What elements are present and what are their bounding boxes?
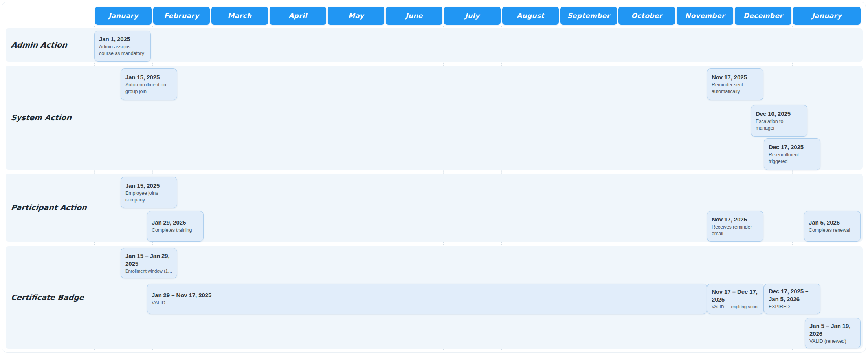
- event-card[interactable]: Jan 15, 2025Auto-enrollment on group joi…: [121, 68, 177, 100]
- event-date: Jan 5 – Jan 19, 2026: [809, 322, 856, 338]
- event-date: Jan 29, 2025: [152, 219, 199, 227]
- event-description: Auto-enrollment on group join: [125, 82, 172, 95]
- event-description: VALID: [152, 300, 702, 306]
- event-date: Jan 15, 2025: [125, 73, 172, 81]
- enrollment-timeline: Admin ActionJan 1, 2025Admin assigns cou…: [0, 0, 868, 355]
- event-card[interactable]: Nov 17, 2025Receives reminder email: [707, 211, 763, 242]
- event-date: Nov 17, 2025: [712, 73, 759, 81]
- lane-label: Certificate Badge: [11, 293, 84, 302]
- event-card[interactable]: Jan 5 – Jan 19, 2026VALID (renewed): [805, 318, 861, 348]
- month-header: November: [677, 7, 733, 25]
- event-card[interactable]: Nov 17, 2025Reminder sent automatically: [707, 68, 763, 100]
- month-header: October: [618, 7, 675, 25]
- month-header: August: [502, 7, 559, 25]
- lane-label: Participant Action: [11, 203, 87, 212]
- event-description: Completes training: [152, 227, 199, 234]
- month-header: September: [560, 7, 617, 25]
- event-date: Dec 17, 2025 – Jan 5, 2026: [769, 287, 816, 303]
- event-card[interactable]: Jan 15 – Jan 29, 2025Enrollment window (…: [121, 248, 177, 278]
- event-card[interactable]: Dec 17, 2025 – Jan 5, 2026EXPIRED: [764, 284, 820, 314]
- event-card[interactable]: Dec 17, 2025Re-enrollment triggered: [764, 138, 820, 170]
- event-description: VALID (renewed): [809, 338, 856, 345]
- event-card[interactable]: Jan 29, 2025Completes training: [147, 211, 204, 242]
- event-date: Dec 10, 2025: [756, 110, 803, 118]
- event-card[interactable]: Jan 15, 2025Employee joins company: [121, 177, 177, 208]
- event-date: Jan 15, 2025: [125, 182, 172, 190]
- event-date: Dec 17, 2025: [769, 143, 816, 151]
- month-header: June: [386, 7, 442, 25]
- event-card[interactable]: Nov 17 – Dec 17, 2025VALID — expiring so…: [707, 284, 764, 314]
- event-description: Completes renewal: [809, 227, 856, 234]
- event-date: Nov 17 – Dec 17, 2025: [712, 288, 759, 304]
- lane-label: System Action: [11, 113, 72, 122]
- event-description: EXPIRED: [769, 304, 816, 310]
- month-header: July: [444, 7, 501, 25]
- event-description: Enrollment window (1…: [125, 268, 172, 274]
- month-header: February: [153, 7, 210, 25]
- event-date: Jan 15 – Jan 29, 2025: [125, 252, 172, 268]
- event-card[interactable]: Jan 5, 2026Completes renewal: [804, 211, 861, 242]
- event-date: Jan 29 – Nov 17, 2025: [152, 291, 702, 299]
- event-card[interactable]: Jan 1, 2025Admin assigns course as manda…: [94, 31, 151, 62]
- event-card[interactable]: Dec 10, 2025Escalation to manager: [751, 105, 807, 137]
- event-description: Reminder sent automatically: [712, 82, 759, 95]
- month-header: April: [270, 7, 326, 25]
- month-header: March: [211, 7, 268, 25]
- event-date: Nov 17, 2025: [712, 216, 759, 223]
- event-description: Re-enrollment triggered: [769, 152, 816, 165]
- event-description: Escalation to manager: [756, 118, 803, 132]
- month-header: December: [735, 7, 791, 25]
- event-description: VALID — expiring soon: [712, 304, 759, 310]
- month-header: May: [328, 7, 384, 25]
- event-description: Employee joins company: [125, 190, 172, 203]
- event-date: Jan 1, 2025: [99, 35, 146, 43]
- lane-label: Admin Action: [11, 40, 68, 49]
- event-description: Admin assigns course as mandatory: [99, 44, 146, 57]
- event-date: Jan 5, 2026: [809, 219, 856, 227]
- month-header: January: [793, 7, 861, 25]
- month-header: January: [95, 7, 152, 25]
- event-card[interactable]: Jan 29 – Nov 17, 2025VALID: [147, 284, 707, 314]
- event-description: Receives reminder email: [712, 224, 759, 237]
